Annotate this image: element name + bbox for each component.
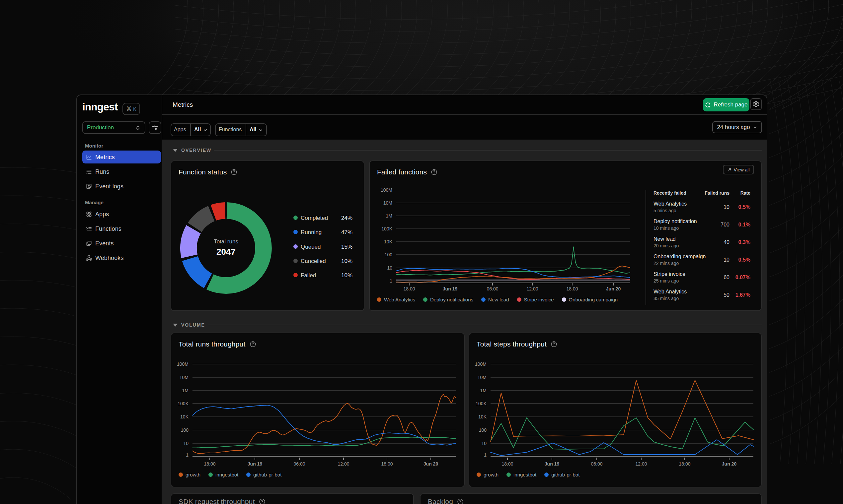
svg-text:18:00: 18:00 [204, 461, 216, 467]
svg-text:10M: 10M [179, 375, 189, 380]
svg-text:10M: 10M [478, 375, 486, 380]
svg-text:100K: 100K [476, 401, 486, 406]
svg-text:Jun 19: Jun 19 [443, 286, 458, 291]
svg-text:18:00: 18:00 [403, 286, 415, 291]
svg-text:100M: 100M [177, 361, 189, 367]
svg-text:1: 1 [484, 452, 486, 457]
svg-text:10K: 10K [180, 414, 189, 419]
svg-text:10: 10 [387, 265, 392, 271]
svg-text:06:00: 06:00 [591, 461, 602, 467]
svg-text:100M: 100M [381, 187, 392, 193]
svg-text:10K: 10K [478, 414, 487, 419]
svg-text:Jun 19: Jun 19 [545, 461, 560, 467]
svg-text:06:00: 06:00 [293, 461, 305, 467]
svg-text:18:00: 18:00 [679, 461, 690, 467]
svg-text:100K: 100K [381, 226, 392, 231]
svg-text:12:00: 12:00 [635, 461, 647, 467]
svg-text:100: 100 [385, 252, 393, 257]
svg-text:10M: 10M [383, 200, 392, 205]
svg-text:10: 10 [183, 441, 189, 446]
svg-text:10K: 10K [384, 239, 393, 245]
svg-text:18:00: 18:00 [501, 461, 513, 467]
svg-text:10: 10 [481, 441, 486, 446]
svg-text:Jun 19: Jun 19 [247, 461, 262, 467]
svg-text:1M: 1M [480, 388, 486, 393]
svg-text:18:00: 18:00 [566, 286, 578, 291]
svg-text:12:00: 12:00 [338, 461, 349, 467]
svg-text:1: 1 [186, 452, 189, 457]
svg-text:1: 1 [390, 278, 392, 284]
svg-text:100M: 100M [475, 361, 486, 367]
svg-text:1M: 1M [386, 213, 392, 218]
svg-text:06:00: 06:00 [486, 286, 498, 291]
svg-text:Jun 20: Jun 20 [424, 461, 438, 467]
svg-text:1M: 1M [182, 388, 189, 393]
svg-text:100: 100 [479, 427, 487, 433]
svg-text:12:00: 12:00 [527, 286, 538, 291]
svg-text:Jun 20: Jun 20 [722, 461, 737, 467]
svg-text:18:00: 18:00 [381, 461, 393, 467]
svg-text:100: 100 [181, 427, 189, 433]
svg-text:100K: 100K [177, 401, 189, 406]
svg-text:Jun 20: Jun 20 [606, 286, 621, 291]
